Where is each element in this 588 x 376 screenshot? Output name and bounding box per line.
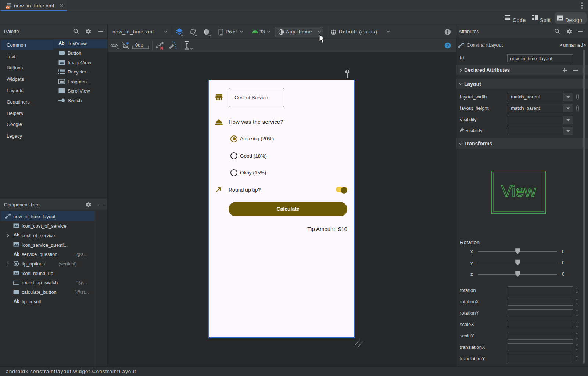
- svg-text:<>: <>: [6, 6, 9, 9]
- svg-text:?: ?: [446, 43, 449, 48]
